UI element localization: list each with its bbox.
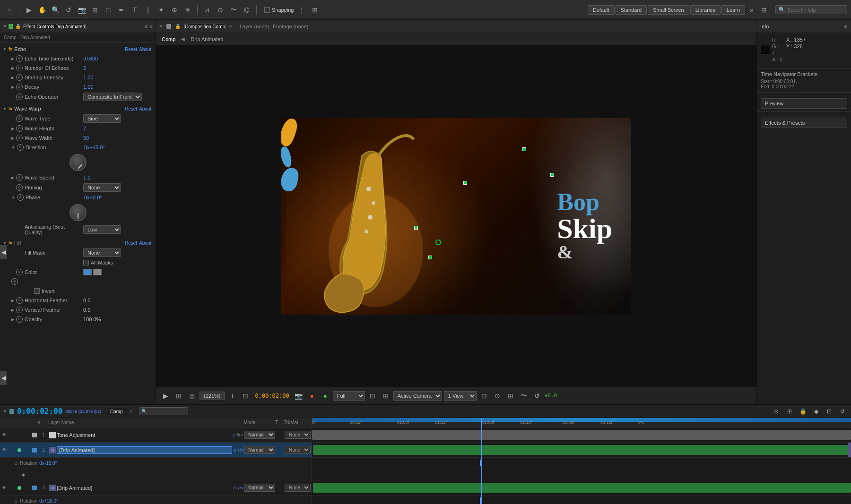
- drip-view-tab[interactable]: Drip Animated: [189, 35, 225, 43]
- wave-warp-collapse-icon[interactable]: ▼: [3, 107, 7, 111]
- camera-dropdown[interactable]: Active Camera: [393, 391, 442, 401]
- layer-2-solo-dot[interactable]: [17, 448, 21, 452]
- track-bar-2[interactable]: [313, 445, 851, 455]
- phase-value[interactable]: 0x+0.0°: [84, 195, 102, 200]
- layer-2-mode[interactable]: Normal: [244, 446, 275, 454]
- timeline-icon[interactable]: ⊞: [173, 390, 184, 401]
- search-help-box[interactable]: 🔍: [775, 5, 847, 14]
- wave-tool[interactable]: 〜: [228, 4, 239, 16]
- layer-row-2[interactable]: 👁 2 ▤ [Drip Animated] ⊙ / fx Normal: [0, 443, 312, 458]
- layout-learn[interactable]: Learn: [721, 5, 745, 15]
- puppet-tool[interactable]: ⊕: [169, 4, 180, 16]
- layout-standard[interactable]: Standard: [616, 5, 647, 15]
- echo-operator-dropdown[interactable]: Composite In Front Composite In Back: [83, 93, 142, 101]
- layout-libraries[interactable]: Libraries: [690, 5, 721, 15]
- rotate-tool[interactable]: ↺: [63, 4, 74, 16]
- panel-expand-icon[interactable]: »: [149, 23, 153, 30]
- color-stopwatch[interactable]: ⊙: [16, 269, 23, 275]
- pen-tool[interactable]: ✒: [116, 4, 127, 16]
- echo-operator-stopwatch[interactable]: ⊙: [16, 94, 23, 100]
- layer-2-slash[interactable]: /: [238, 448, 239, 453]
- puppet2-tool[interactable]: ⌬: [241, 4, 252, 16]
- fit-icon[interactable]: ⊡: [240, 390, 251, 401]
- timeline-comp-tab[interactable]: Comp: [106, 408, 127, 415]
- echo-num-value[interactable]: 5: [83, 65, 86, 71]
- invert-checkbox[interactable]: [34, 288, 40, 294]
- info-menu-icon[interactable]: ≡: [844, 24, 847, 29]
- comp-menu-icon[interactable]: ≡: [229, 24, 232, 29]
- preview-btn[interactable]: Preview: [761, 98, 847, 109]
- echo-reset-btn[interactable]: Reset: [125, 47, 137, 52]
- wave-warp-about-btn[interactable]: About.: [139, 106, 153, 111]
- layer-2-stopwatch[interactable]: ⊙: [14, 461, 18, 466]
- rect-tool[interactable]: □: [103, 4, 114, 16]
- layer-3-fx[interactable]: fx: [240, 486, 243, 490]
- playhead[interactable]: [481, 418, 482, 504]
- echo-decay-stopwatch[interactable]: ⊙: [16, 84, 23, 90]
- zoom-level[interactable]: (121%): [200, 392, 225, 400]
- layer-row-1[interactable]: 👁 1 Tone Adjustment ⊙ fx ○ Normal: [0, 427, 312, 443]
- tl-lock-icon[interactable]: 🔒: [797, 406, 808, 417]
- timeline-menu-icon[interactable]: ≡: [130, 409, 133, 414]
- export-icon[interactable]: ⊡: [478, 390, 490, 401]
- echo-section-header[interactable]: ▼ fx Echo Reset About.: [0, 44, 156, 54]
- wave-type-dropdown[interactable]: Sine Square Triangle: [83, 114, 121, 123]
- layer-3-rotation-value[interactable]: 0x+20.0°: [39, 498, 58, 504]
- color-icon[interactable]: ●: [306, 390, 318, 401]
- echo-collapse-icon[interactable]: ▼: [3, 47, 7, 51]
- opacity-value[interactable]: 100.0%: [83, 316, 101, 322]
- sel-point-5[interactable]: [428, 256, 432, 259]
- fill-reset-btn[interactable]: Reset: [125, 240, 137, 246]
- pin-tool[interactable]: ⊙: [215, 4, 226, 16]
- layer-3-slash[interactable]: /: [238, 486, 239, 490]
- motion-icon[interactable]: 〜: [518, 390, 530, 401]
- wave-height-value[interactable]: 7: [83, 126, 86, 131]
- layer-2-fx[interactable]: fx: [240, 448, 243, 453]
- layer-3-eye[interactable]: 👁: [1, 485, 8, 490]
- grid-icon[interactable]: ⊞: [505, 390, 516, 401]
- text-tool[interactable]: T: [129, 4, 140, 16]
- echo-intensity-value[interactable]: 1.00: [83, 75, 93, 80]
- pinning-dropdown[interactable]: None: [83, 183, 121, 192]
- timeline-time-display[interactable]: 0:00:02:00: [17, 407, 62, 416]
- clone-tool[interactable]: ✦: [156, 4, 167, 16]
- track-bar-1[interactable]: [312, 430, 851, 440]
- search-help-input[interactable]: [787, 7, 844, 13]
- more-layouts-icon[interactable]: »: [746, 4, 757, 16]
- fill-section-header[interactable]: ▼ fx Fill Reset About.: [0, 238, 156, 248]
- left-collapse-arrow[interactable]: ◀: [0, 245, 7, 259]
- wave-warp-section-header[interactable]: ▼ fx Wave Warp Reset About.: [0, 104, 156, 113]
- timeline-search-input[interactable]: [148, 409, 186, 414]
- layer-3-trkmat[interactable]: None: [285, 484, 311, 492]
- direction-value[interactable]: 0x+45.0°: [84, 145, 105, 150]
- refresh-icon[interactable]: ↺: [531, 390, 543, 401]
- camera-tool[interactable]: 📷: [76, 4, 87, 16]
- effect-controls-close[interactable]: ✕: [3, 24, 7, 29]
- layer-2-eye[interactable]: 👁: [1, 447, 8, 453]
- wave-warp-reset-btn[interactable]: Reset: [125, 106, 137, 111]
- wave-width-value[interactable]: 50: [83, 135, 89, 141]
- layer-2-trkmat[interactable]: None: [285, 446, 311, 454]
- tl-motion-icon[interactable]: ⊡: [824, 406, 835, 417]
- fill-collapse-icon[interactable]: ▼: [3, 241, 7, 245]
- wave-type-stopwatch[interactable]: ⊙: [16, 115, 23, 122]
- center-point[interactable]: [435, 239, 441, 245]
- layer-1-mode[interactable]: Normal: [244, 431, 275, 439]
- track-bar-3[interactable]: [313, 483, 851, 493]
- tl-switch-icon[interactable]: ⊞: [784, 406, 795, 417]
- wave-speed-value[interactable]: 1.0: [83, 175, 90, 180]
- pinning-stopwatch[interactable]: ⊙: [16, 184, 23, 191]
- layer-3-solo-dot[interactable]: [17, 486, 21, 490]
- v-feather-value[interactable]: 0.0: [83, 307, 90, 313]
- comp-main-tab[interactable]: Composition Comp: [184, 24, 226, 29]
- brush-tool[interactable]: |: [142, 4, 154, 16]
- render-icon[interactable]: ◎: [186, 390, 198, 401]
- camera-icon[interactable]: 📷: [293, 390, 304, 401]
- comp-time-display[interactable]: 0:00:02:00: [253, 393, 291, 399]
- direction-dial[interactable]: [69, 154, 87, 171]
- select-tool[interactable]: ▶: [23, 4, 35, 16]
- v-feather-stopwatch[interactable]: ⊙: [16, 307, 23, 313]
- magnet-icon[interactable]: ⋮: [296, 4, 307, 16]
- color-swatch-grey[interactable]: [93, 269, 102, 275]
- region-icon[interactable]: ⊞: [380, 390, 391, 401]
